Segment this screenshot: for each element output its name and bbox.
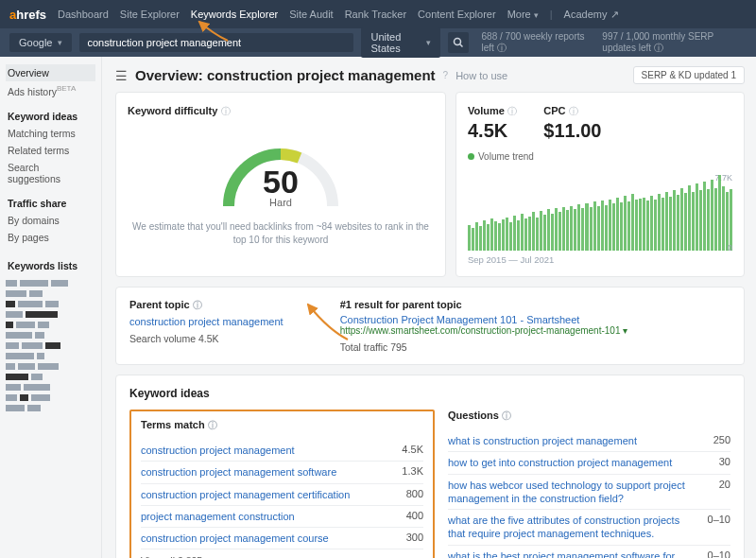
keyword-volume: 1.3K [389,465,423,479]
menu-icon[interactable]: ☰ [115,68,128,83]
idea-row[interactable]: construction project management software… [141,462,423,483]
sidebar-search-suggestions[interactable]: Search suggestions [6,159,95,187]
idea-row[interactable]: construction project management certific… [141,484,423,506]
idea-row[interactable]: how to get into construction project man… [448,452,730,474]
keyword-volume: 4.5K [389,444,423,457]
keyword-link[interactable]: project management construction [141,510,389,523]
brand-logo: ahrefs [9,8,46,22]
nav-more[interactable]: More ▾ [507,9,539,20]
chart-range-from: Sep 2015 — Jul 2021 [468,254,554,265]
keyword-volume: 400 [389,510,423,523]
help-icon[interactable]: ⓘ [193,300,202,310]
cpc-label: CPC [543,105,565,116]
keyword-link[interactable]: what is construction project management [448,434,696,447]
kd-gauge: 50 Hard [210,126,352,211]
quota-weekly: 688 / 700 weekly reports left ⓘ [482,31,590,55]
sidebar-group-ideas: Keyword ideas [6,108,95,125]
keyword-link[interactable]: construction project management [141,444,389,457]
result-1-title[interactable]: Construction Project Management 101 - Sm… [340,314,628,325]
sidebar-related-terms[interactable]: Related terms [6,142,95,159]
keyword-volume: 0–10 [696,549,730,558]
questions-label: Questions [448,410,499,421]
idea-row[interactable]: construction project management course30… [141,528,423,549]
sidebar-by-pages[interactable]: By pages [6,229,95,246]
parent-topic-label: Parent topic [129,299,190,310]
nav-site-explorer[interactable]: Site Explorer [120,9,180,20]
keyword-volume: 0–10 [696,514,730,541]
cpc-value: $11.00 [543,120,601,142]
page-title: Overview: construction project managemen… [135,67,436,83]
card-volume: Volume ⓘ 4.5K CPC ⓘ $11.00 Volume trend … [455,92,745,277]
volume-trend-label: Volume trend [468,151,732,162]
keyword-link[interactable]: construction project management software [141,465,389,479]
chart-min-label: 0 [728,243,732,253]
card-parent-topic: Parent topic ⓘ construction project mana… [115,287,745,365]
result-1-label: #1 result for parent topic [340,299,628,310]
help-icon[interactable]: ⓘ [507,106,517,116]
search-button[interactable] [448,32,468,53]
keyword-volume: 800 [389,488,423,501]
nav-rank-tracker[interactable]: Rank Tracker [345,9,406,20]
top-nav: ahrefs Dashboard Site Explorer Keywords … [0,0,756,28]
help-icon[interactable]: ⓘ [569,106,578,116]
nav-academy[interactable]: Academy ↗ [564,9,619,21]
help-icon[interactable]: ⓘ [502,410,511,421]
help-icon[interactable]: ⓘ [208,420,217,430]
parent-topic-volume: Search volume 4.5K [129,333,284,344]
questions-column: Questions ⓘ what is construction project… [448,410,730,558]
result-1-traffic: Total traffic 795 [340,341,628,353]
volume-value: 4.5K [468,120,517,142]
svg-point-0 [454,39,460,45]
idea-row[interactable]: what is construction project management2… [448,430,730,452]
keyword-link[interactable]: how has webcor used technology to suppor… [448,479,696,506]
help-icon[interactable]: ? [443,70,449,80]
quota-monthly: 997 / 1,000 monthly SERP updates left ⓘ [602,31,747,55]
kd-note: We estimate that you'll need backlinks f… [128,220,434,247]
nav-content-explorer[interactable]: Content Explorer [418,9,496,20]
sidebar: Overview Ads historyBETA Keyword ideas M… [0,57,102,558]
idea-row[interactable]: what is the best project management soft… [448,546,730,558]
help-icon[interactable]: ⓘ [221,106,231,116]
keyword-link[interactable]: construction project management certific… [141,488,389,501]
volume-trend-chart [468,175,732,251]
keyword-volume: 250 [696,434,730,447]
engine-select[interactable]: Google▾ [9,33,72,52]
volume-label: Volume [468,105,505,116]
keyword-volume: 300 [389,532,423,545]
idea-row[interactable]: how has webcor used technology to suppor… [448,475,730,511]
nav-keywords-explorer[interactable]: Keywords Explorer [191,9,278,20]
search-bar: Google▾ construction project management … [0,28,756,57]
keyword-input[interactable]: construction project management [79,33,353,52]
keyword-link[interactable]: construction project management course [141,532,389,545]
card-keyword-difficulty: Keyword difficulty ⓘ 50 Hard We estimate… [115,92,446,277]
card-keyword-ideas: Keyword ideas Terms match ⓘ construction… [115,375,745,558]
country-select[interactable]: United States▾ [361,27,440,58]
sidebar-overview[interactable]: Overview [6,64,95,81]
idea-row[interactable]: what are the five attributes of construc… [448,510,730,546]
parent-topic-link[interactable]: construction project management [129,316,284,327]
how-to-use[interactable]: How to use [455,70,507,81]
keyword-list-placeholder [6,280,95,411]
svg-line-1 [459,44,462,47]
terms-match-label: Terms match [141,419,205,430]
result-1-url[interactable]: https://www.smartsheet.com/construction-… [340,325,628,336]
keyword-ideas-heading: Keyword ideas [129,387,730,400]
nav-dashboard[interactable]: Dashboard [58,9,109,20]
keyword-link[interactable]: what are the five attributes of construc… [448,514,696,541]
terms-match-column: Terms match ⓘ construction project manag… [129,410,435,558]
keyword-volume: 20 [696,479,730,506]
serp-update-button[interactable]: SERP & KD updated 1 [633,66,745,84]
sidebar-by-domains[interactable]: By domains [6,212,95,229]
nav-site-audit[interactable]: Site Audit [289,9,333,20]
idea-row[interactable]: project management construction400 [141,506,423,528]
keyword-link[interactable]: what is the best project management soft… [448,549,696,558]
sidebar-group-traffic: Traffic share [6,195,95,212]
sidebar-matching-terms[interactable]: Matching terms [6,125,95,142]
sidebar-keywords-lists: Keywords lists [6,257,95,274]
sidebar-ads-history[interactable]: Ads historyBETA [6,81,95,100]
keyword-link[interactable]: how to get into construction project man… [448,456,696,469]
keyword-volume: 30 [696,456,730,469]
main-content: ☰ Overview: construction project managem… [102,57,756,558]
kd-label: Keyword difficulty [128,105,217,116]
idea-row[interactable]: construction project management4.5K [141,440,423,462]
